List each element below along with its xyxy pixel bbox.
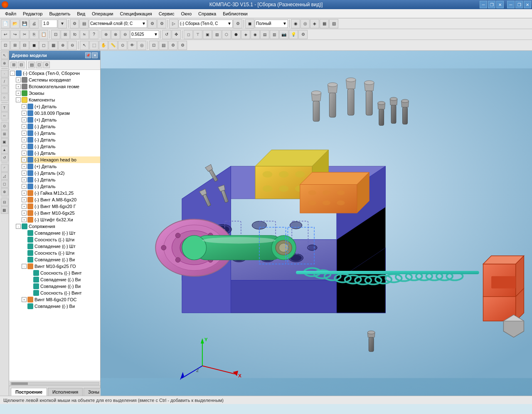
tb2-lamp[interactable]: 💡 xyxy=(289,30,298,39)
layer-dropdown[interactable]: Системный слой (0; С ▼ xyxy=(89,20,147,28)
sb-btn-mate[interactable]: ⊟ xyxy=(1,198,8,206)
sb-btn-chamfer[interactable]: ◿ xyxy=(1,172,8,180)
tb3-btn6[interactable]: ▦ xyxy=(49,41,58,50)
sb-btn-pattern[interactable]: ▦ xyxy=(1,206,8,214)
tree-expand-hexagon[interactable]: + xyxy=(22,157,27,162)
tree-item-screw5[interactable]: + Винт М8-6gx20 ГОС xyxy=(21,296,100,303)
tree-hscroll[interactable] xyxy=(9,381,100,386)
tree-item-c4[interactable]: Соосность ((-) Шти xyxy=(21,250,100,256)
viewport-3d[interactable]: Y X 2 xyxy=(101,51,532,396)
tree-pin-btn[interactable]: 📌 xyxy=(85,52,91,58)
tb2-pan[interactable]: ✥ xyxy=(172,30,181,39)
tree-item-part8[interactable]: + (-) Деталь xyxy=(21,150,100,156)
menu-help[interactable]: Справка xyxy=(195,10,219,17)
tb2-top[interactable]: ⊤ xyxy=(193,30,202,39)
tree-expand-nut[interactable]: + xyxy=(22,191,27,196)
tree-item-c10[interactable]: Совпадение ((-) Ви xyxy=(21,303,100,310)
sb-btn-dim[interactable]: ↔ xyxy=(1,112,8,119)
close-btn[interactable]: ✕ xyxy=(524,1,531,8)
tb2-3d4[interactable]: ◉ xyxy=(251,30,260,39)
menu-operations[interactable]: Операции xyxy=(89,10,116,17)
tree-expand-part2[interactable]: + xyxy=(22,111,27,116)
tree-tb-collapse[interactable]: ⊟ xyxy=(18,62,25,68)
menu-libraries[interactable]: Библиотеки xyxy=(219,10,251,17)
menu-select[interactable]: Выделить xyxy=(46,10,74,17)
tree-expand-part12[interactable]: + xyxy=(22,184,27,189)
inner-minimize-btn[interactable]: ─ xyxy=(480,1,487,8)
tree-item-part5[interactable]: + (-) Деталь xyxy=(21,130,100,136)
tb2-help[interactable]: ? xyxy=(89,30,99,39)
tb3-btn5[interactable]: ◻ xyxy=(39,41,48,50)
tree-htrack[interactable] xyxy=(10,382,99,385)
tb1-open[interactable]: 📂 xyxy=(10,19,20,28)
tb1-render1[interactable]: ◉ xyxy=(291,19,300,28)
sb-btn-arc[interactable]: ⌒ xyxy=(1,86,8,93)
sb-btn-circle[interactable]: ○ xyxy=(1,94,8,101)
tree-expand-part6[interactable]: + xyxy=(22,137,27,142)
tb1-btn4[interactable]: ▤ xyxy=(79,19,89,28)
tree-item-mates[interactable]: - Сопряжения xyxy=(15,223,100,230)
tab-executions[interactable]: Исполнения xyxy=(48,388,83,396)
menu-view[interactable]: Вид xyxy=(74,10,89,17)
zoom-dropdown[interactable]: 0.5625 ▼ xyxy=(130,30,159,39)
sb-btn-3dax[interactable]: ⊞ xyxy=(1,130,8,138)
tb2-copy[interactable]: ⎘ xyxy=(30,30,39,39)
tree-expand-part3[interactable]: + xyxy=(22,117,27,122)
menu-file[interactable]: Файл xyxy=(2,10,20,17)
tree-tb-sort[interactable]: ⊡ xyxy=(36,62,42,68)
tree-item-screw4[interactable]: - Винт М10-6gx25 ГО xyxy=(21,263,100,270)
tb2-f0[interactable]: f0 xyxy=(70,30,79,39)
sb-btn-line[interactable]: / xyxy=(1,78,8,85)
tree-item-c9[interactable]: Соосность ((-) Винт xyxy=(27,290,100,296)
tb3-filter[interactable]: ⊡ xyxy=(149,41,158,50)
tree-item-c8[interactable]: Совпадение ((-) Ви xyxy=(27,283,100,290)
tb1-render2[interactable]: ◎ xyxy=(300,19,310,28)
tree-tb-filter[interactable]: ▤ xyxy=(28,62,35,68)
tree-item-hexagon[interactable]: + (-) Hexagon head bo xyxy=(21,156,100,163)
tree-expand-part9[interactable]: + xyxy=(22,164,27,169)
scale-input[interactable] xyxy=(42,20,57,28)
tree-expand-pin[interactable]: + xyxy=(22,217,27,222)
menu-service[interactable]: Сервис xyxy=(155,10,178,17)
tree-expand-part8[interactable]: + xyxy=(22,151,27,156)
tb3-opt2[interactable]: ⚙ xyxy=(178,41,187,50)
tb2-fit[interactable]: ⊡ xyxy=(51,30,60,39)
tb2-redo[interactable]: ↪ xyxy=(10,30,20,39)
tree-expand-coords[interactable]: + xyxy=(16,77,21,82)
sb-btn-cursor[interactable]: ↖ xyxy=(1,52,8,59)
menu-window[interactable]: Окно xyxy=(177,10,195,17)
tb2-iso[interactable]: ◻ xyxy=(184,30,193,39)
tree-expand-part11[interactable]: + xyxy=(22,177,27,182)
tb2-zoom-in[interactable]: ⊕ xyxy=(101,30,111,39)
tb2-fit2[interactable]: ⊞ xyxy=(61,30,70,39)
tb2-cam[interactable]: 📷 xyxy=(279,30,288,39)
tb1-btn5[interactable]: ⚙ xyxy=(148,19,157,28)
tb3-show[interactable]: ◎ xyxy=(137,41,146,50)
tree-expand-part1[interactable]: + xyxy=(22,104,27,109)
tree-item-c7[interactable]: Совпадение ((-) Ви xyxy=(27,276,100,283)
tb2-side[interactable]: ▧ xyxy=(212,30,222,39)
view-dropdown[interactable]: Полный ▼ xyxy=(255,20,288,28)
tree-expand-part10[interactable]: + xyxy=(22,171,27,176)
tb2-front[interactable]: ▣ xyxy=(203,30,212,39)
tree-item-part3[interactable]: + (+) Деталь xyxy=(21,117,100,123)
tree-item-part10[interactable]: + (-) Деталь (x2) xyxy=(21,170,100,176)
sb-btn-select[interactable]: ⊕ xyxy=(1,59,8,67)
assembly-dropdown[interactable]: (-) Сборка (Тел-0, С ▼ xyxy=(179,20,233,28)
tb2-rotate[interactable]: ↺ xyxy=(162,30,171,39)
tb3-select[interactable]: ⬚ xyxy=(89,41,99,50)
menu-specification[interactable]: Спецификация xyxy=(117,10,155,17)
tb2-3d6[interactable]: ▥ xyxy=(270,30,279,39)
tree-hthumb[interactable] xyxy=(11,382,28,385)
tb3-btn7[interactable]: ⊕ xyxy=(58,41,67,50)
tb1-render3[interactable]: ◈ xyxy=(310,19,319,28)
tree-expand-root[interactable]: - xyxy=(10,71,15,76)
tree-item-c5[interactable]: Совпадение ((-) Ви xyxy=(21,256,100,263)
tb1-btn3[interactable]: ⚙ xyxy=(70,19,79,28)
sb-btn-bool[interactable]: ⊕ xyxy=(1,188,8,196)
tree-item-part4[interactable]: + (-) Деталь xyxy=(21,123,100,130)
tree-item-part12[interactable]: + (-) Деталь xyxy=(21,183,100,190)
sb-btn-fillet[interactable]: ◜ xyxy=(1,164,8,172)
tree-item-part2[interactable]: + 00.18.009 Призм xyxy=(21,110,100,117)
sb-btn-3dpl[interactable]: ▣ xyxy=(1,138,8,146)
